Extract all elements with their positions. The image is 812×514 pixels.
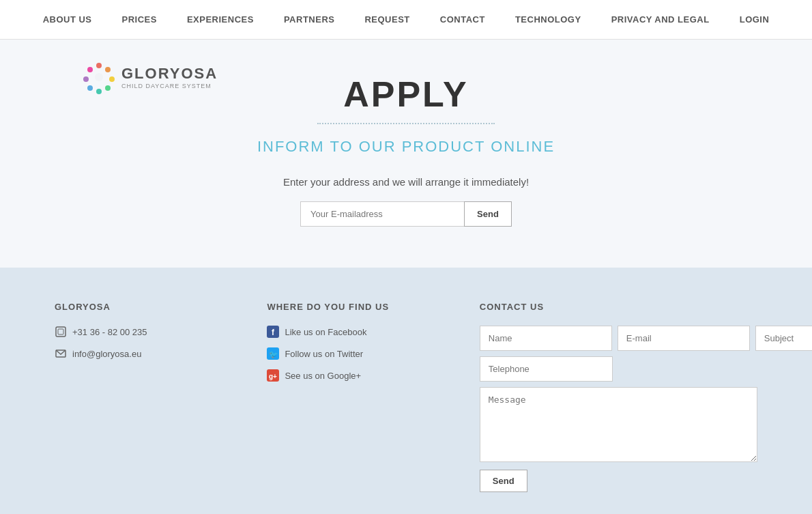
nav-about-us[interactable]: ABOUT US (28, 14, 107, 25)
footer-email: info@gloryosa.eu (72, 349, 141, 359)
email-icon (55, 347, 67, 360)
footer-col-social: WHERE DO YOU FIND US f Like us on Facebo… (267, 302, 452, 492)
footer-googleplus-label: See us on Google+ (285, 371, 361, 381)
svg-point-4 (96, 89, 102, 94)
phone-icon (55, 326, 67, 338)
footer-col-gloryosa: GLORYOSA +31 36 - 82 00 235 info@gloryos… (55, 302, 240, 492)
svg-point-6 (83, 76, 89, 82)
svg-text:g+: g+ (269, 373, 277, 380)
logo-icon (82, 60, 116, 94)
footer-contact-heading: CONTACT US (480, 302, 757, 312)
dotted-divider (317, 123, 495, 124)
contact-name-input[interactable] (480, 326, 612, 351)
contact-row-1 (480, 326, 757, 351)
svg-text:🐦: 🐦 (269, 349, 278, 359)
footer-googleplus-item[interactable]: g+ See us on Google+ (267, 369, 452, 382)
hero-subtitle: INFORM TO OUR PRODUCT ONLINE (14, 138, 798, 156)
footer-facebook-label: Like us on Facebook (285, 327, 366, 337)
logo-name: GLORYOSA (121, 65, 218, 83)
contact-send-button[interactable]: Send (480, 470, 527, 492)
svg-point-3 (105, 85, 111, 91)
svg-point-5 (87, 85, 93, 91)
contact-message-input[interactable] (480, 387, 757, 462)
contact-subject-input[interactable] (755, 326, 812, 351)
footer-gloryosa-heading: GLORYOSA (55, 302, 240, 312)
footer-twitter-item[interactable]: 🐦 Follow us on Twitter (267, 347, 452, 360)
footer-twitter-label: Follow us on Twitter (285, 349, 363, 359)
nav-partners[interactable]: PARTNERS (269, 14, 350, 25)
nav-login[interactable]: LOGIN (725, 14, 785, 25)
logo-text: GLORYOSA CHILD DAYCARE SYSTEM (121, 65, 218, 89)
contact-email-input[interactable] (618, 326, 750, 351)
logo-subtitle: CHILD DAYCARE SYSTEM (121, 83, 212, 89)
hero-section: GLORYOSA CHILD DAYCARE SYSTEM APPLY INFO… (0, 40, 812, 268)
svg-rect-10 (58, 329, 63, 334)
twitter-icon: 🐦 (267, 347, 279, 360)
footer-phone-item: +31 36 - 82 00 235 (55, 326, 240, 338)
nav-request[interactable]: REQUEST (349, 14, 424, 25)
svg-rect-9 (56, 327, 66, 337)
nav-privacy[interactable]: PRIVACY AND LEGAL (596, 14, 725, 25)
logo: GLORYOSA CHILD DAYCARE SYSTEM (82, 60, 218, 94)
main-nav: ABOUT US PRICES EXPERIENCES PARTNERS REQ… (0, 0, 812, 40)
svg-point-0 (96, 63, 102, 68)
footer-section: GLORYOSA +31 36 - 82 00 235 info@gloryos… (0, 268, 812, 514)
googleplus-icon: g+ (267, 369, 279, 382)
footer-facebook-item[interactable]: f Like us on Facebook (267, 326, 452, 338)
email-input[interactable] (300, 201, 464, 227)
svg-point-7 (87, 67, 93, 72)
footer-email-item: info@gloryosa.eu (55, 347, 240, 360)
svg-point-1 (105, 67, 111, 72)
contact-telephone-input[interactable] (480, 356, 613, 382)
nav-technology[interactable]: TECHNOLOGY (500, 14, 596, 25)
hero-send-button[interactable]: Send (464, 201, 512, 227)
svg-point-8 (95, 73, 103, 81)
footer-phone: +31 36 - 82 00 235 (72, 327, 147, 337)
nav-experiences[interactable]: EXPERIENCES (172, 14, 269, 25)
contact-row-2 (480, 356, 757, 382)
facebook-icon: f (267, 326, 279, 338)
footer-social-heading: WHERE DO YOU FIND US (267, 302, 452, 312)
footer-col-contact: CONTACT US Send (480, 302, 757, 492)
email-form: Send (14, 201, 798, 227)
hero-description: Enter your address and we will arrange i… (14, 176, 798, 188)
svg-point-2 (109, 76, 115, 82)
nav-prices[interactable]: PRICES (107, 14, 172, 25)
nav-contact[interactable]: CONTACT (425, 14, 500, 25)
